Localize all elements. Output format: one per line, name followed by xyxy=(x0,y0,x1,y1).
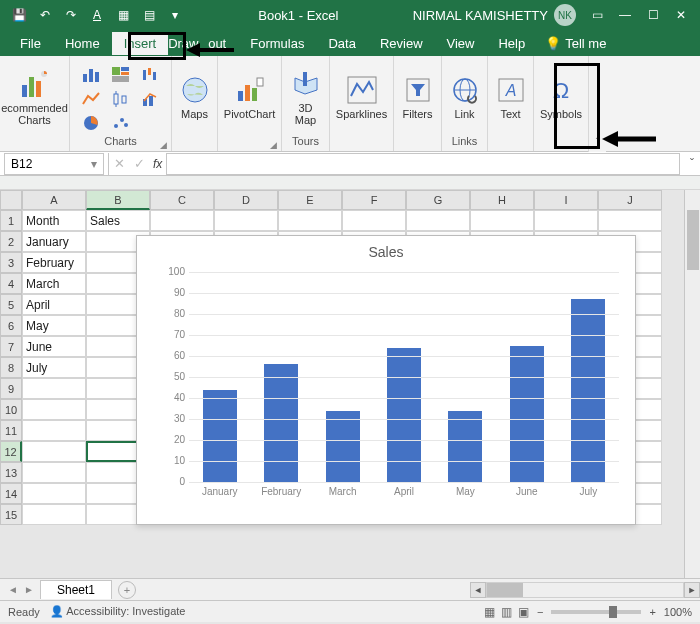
page-break-view-icon[interactable]: ▣ xyxy=(518,605,529,619)
row-header[interactable]: 5 xyxy=(0,294,22,315)
maps-button[interactable]: Maps xyxy=(173,72,217,122)
fill-icon[interactable]: ▦ xyxy=(114,6,132,24)
chart-bar[interactable] xyxy=(264,364,298,482)
accessibility-status[interactable]: 👤 Accessibility: Investigate xyxy=(50,605,186,618)
redo-icon[interactable]: ↷ xyxy=(62,6,80,24)
row-header[interactable]: 8 xyxy=(0,357,22,378)
column-header[interactable]: G xyxy=(406,190,470,210)
name-box[interactable]: B12▾ xyxy=(4,153,104,175)
scatter-chart-icon[interactable] xyxy=(107,112,135,134)
cell[interactable] xyxy=(22,504,86,525)
cell[interactable] xyxy=(150,210,214,231)
normal-view-icon[interactable]: ▦ xyxy=(484,605,495,619)
pivotchart-button[interactable]: PivotChart xyxy=(218,72,281,122)
account-area[interactable]: NIRMAL KAMISHETTY NK xyxy=(413,4,576,26)
chart-bar[interactable] xyxy=(203,390,237,482)
cell[interactable]: June xyxy=(22,336,86,357)
cell[interactable] xyxy=(22,420,86,441)
new-sheet-button[interactable]: + xyxy=(118,581,136,599)
charts-gallery[interactable] xyxy=(77,64,165,134)
tab-formulas[interactable]: Formulas xyxy=(238,32,316,55)
tell-me-search[interactable]: 💡 Tell me xyxy=(545,36,606,51)
recommended-charts-button[interactable]: ecommended Charts xyxy=(0,66,74,128)
cell[interactable]: Month xyxy=(22,210,86,231)
cell[interactable] xyxy=(470,210,534,231)
row-header[interactable]: 15 xyxy=(0,504,22,525)
cell[interactable] xyxy=(534,210,598,231)
cancel-formula-icon[interactable]: ✕ xyxy=(109,156,129,171)
cell[interactable] xyxy=(22,462,86,483)
row-header[interactable]: 2 xyxy=(0,231,22,252)
tab-insert[interactable]: Insert xyxy=(112,32,169,55)
cell[interactable] xyxy=(22,441,86,462)
column-header[interactable]: C xyxy=(150,190,214,210)
column-header[interactable]: F xyxy=(342,190,406,210)
view-switcher[interactable]: ▦ ▥ ▣ xyxy=(484,605,529,619)
column-header[interactable]: I xyxy=(534,190,598,210)
3d-map-button[interactable]: 3D Map xyxy=(284,66,328,128)
chart-bar[interactable] xyxy=(571,299,605,482)
line-chart-icon[interactable] xyxy=(77,88,105,110)
save-icon[interactable]: 💾 xyxy=(10,6,28,24)
cell[interactable]: March xyxy=(22,273,86,294)
column-chart-icon[interactable] xyxy=(77,64,105,86)
combo-chart-icon[interactable] xyxy=(137,88,165,110)
vertical-scrollbar[interactable] xyxy=(684,190,700,578)
cell[interactable]: July xyxy=(22,357,86,378)
row-header[interactable]: 14 xyxy=(0,483,22,504)
enter-formula-icon[interactable]: ✓ xyxy=(129,156,149,171)
hierarchy-chart-icon[interactable] xyxy=(107,64,135,86)
zoom-in-icon[interactable]: + xyxy=(649,606,655,618)
cell[interactable] xyxy=(22,483,86,504)
row-header[interactable]: 9 xyxy=(0,378,22,399)
sheet-tab[interactable]: Sheet1 xyxy=(40,580,112,599)
row-header[interactable]: 13 xyxy=(0,462,22,483)
row-header[interactable]: 4 xyxy=(0,273,22,294)
row-header[interactable]: 3 xyxy=(0,252,22,273)
cell[interactable] xyxy=(598,210,662,231)
sheet-nav-icons[interactable]: ◄► xyxy=(8,584,34,595)
row-header[interactable]: 6 xyxy=(0,315,22,336)
tab-data[interactable]: Data xyxy=(316,32,367,55)
symbols-button[interactable]: ΩSymbols xyxy=(534,72,588,122)
cell[interactable] xyxy=(342,210,406,231)
pie-chart-icon[interactable] xyxy=(77,112,105,134)
embedded-chart[interactable]: Sales 0102030405060708090100JanuaryFebru… xyxy=(136,235,636,525)
column-header[interactable]: E xyxy=(278,190,342,210)
cell[interactable]: May xyxy=(22,315,86,336)
cell[interactable] xyxy=(278,210,342,231)
column-header[interactable]: J xyxy=(598,190,662,210)
column-header[interactable]: D xyxy=(214,190,278,210)
collapse-ribbon-icon[interactable]: ˆ xyxy=(588,56,606,152)
row-header[interactable]: 12 xyxy=(0,441,22,462)
tab-view[interactable]: View xyxy=(435,32,487,55)
cell[interactable] xyxy=(406,210,470,231)
row-header[interactable]: 11 xyxy=(0,420,22,441)
tab-help[interactable]: Help xyxy=(486,32,537,55)
chart-title[interactable]: Sales xyxy=(137,244,635,260)
select-all-corner[interactable] xyxy=(0,190,22,210)
namebox-dropdown-icon[interactable]: ▾ xyxy=(91,157,97,171)
tab-home[interactable]: Home xyxy=(53,32,112,55)
maximize-icon[interactable]: ☐ xyxy=(644,6,662,24)
formula-bar[interactable] xyxy=(166,153,680,175)
font-color-icon[interactable]: A xyxy=(88,6,106,24)
wrap-icon[interactable]: ▤ xyxy=(140,6,158,24)
row-header[interactable]: 7 xyxy=(0,336,22,357)
row-header[interactable]: 10 xyxy=(0,399,22,420)
filters-button[interactable]: Filters xyxy=(396,72,440,122)
text-button[interactable]: AText xyxy=(489,72,533,122)
cell[interactable]: April xyxy=(22,294,86,315)
expand-formula-bar-icon[interactable]: ˇ xyxy=(684,157,700,171)
tab-page-layout[interactable]: out xyxy=(168,32,238,55)
column-header[interactable]: H xyxy=(470,190,534,210)
zoom-level[interactable]: 100% xyxy=(664,606,692,618)
zoom-out-icon[interactable]: − xyxy=(537,606,543,618)
cell[interactable] xyxy=(22,399,86,420)
ribbon-options-icon[interactable]: ▭ xyxy=(588,6,606,24)
horizontal-scrollbar[interactable]: ◄ ► xyxy=(470,582,700,598)
qat-dropdown-icon[interactable]: ▾ xyxy=(166,6,184,24)
row-header[interactable]: 1 xyxy=(0,210,22,231)
column-header[interactable]: B xyxy=(86,190,150,210)
chart-bar[interactable] xyxy=(448,411,482,482)
